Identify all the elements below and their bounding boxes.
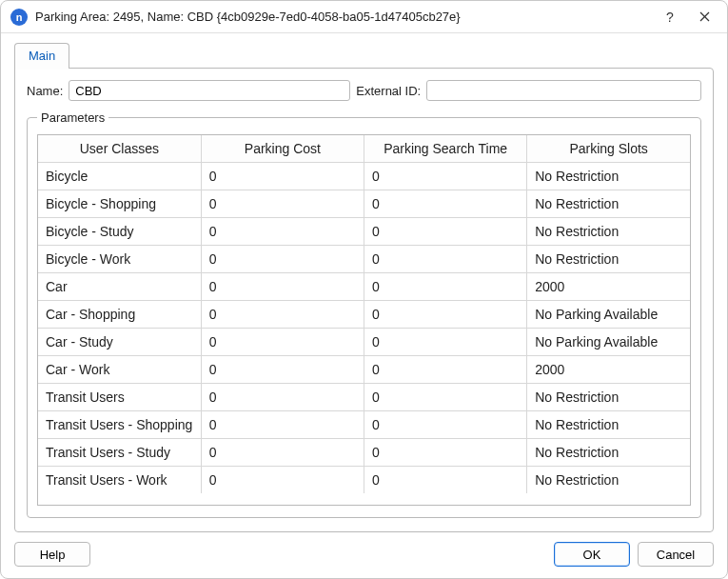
table-row[interactable]: Car - Shopping00No Parking Available	[38, 301, 690, 329]
cell-cost[interactable]: 0	[201, 411, 364, 439]
cell-user_class[interactable]: Bicycle - Work	[38, 246, 201, 273]
tab-pane-main: Name: External ID: Parameters User Class…	[14, 68, 714, 532]
cell-cost[interactable]: 0	[201, 356, 364, 384]
cancel-button[interactable]: Cancel	[638, 542, 714, 567]
cell-user_class[interactable]: Bicycle - Shopping	[38, 190, 201, 218]
cell-search_time[interactable]: 0	[364, 163, 527, 190]
cell-search_time[interactable]: 0	[364, 439, 527, 467]
cell-cost[interactable]: 0	[201, 467, 364, 494]
cell-user_class[interactable]: Car - Work	[38, 356, 201, 384]
cell-cost[interactable]: 0	[201, 190, 364, 218]
cell-cost[interactable]: 0	[201, 273, 364, 301]
close-icon[interactable]	[687, 4, 721, 30]
cell-search_time[interactable]: 0	[364, 273, 527, 301]
tab-main[interactable]: Main	[14, 43, 69, 69]
cell-cost[interactable]: 0	[201, 384, 364, 411]
help-icon[interactable]: ?	[653, 4, 687, 30]
name-input[interactable]	[69, 80, 350, 101]
table-row[interactable]: Transit Users00No Restriction	[38, 384, 690, 411]
table-row[interactable]: Car - Study00No Parking Available	[38, 329, 690, 356]
cell-slots[interactable]: No Restriction	[527, 163, 690, 190]
cell-user_class[interactable]: Bicycle	[38, 163, 201, 190]
cell-user_class[interactable]: Transit Users - Study	[38, 439, 201, 467]
dialog-footer: Help OK Cancel	[1, 532, 727, 578]
col-header-user-classes[interactable]: User Classes	[38, 135, 201, 163]
cell-user_class[interactable]: Transit Users - Shopping	[38, 411, 201, 439]
table-row[interactable]: Bicycle - Shopping00No Restriction	[38, 190, 690, 218]
cell-cost[interactable]: 0	[201, 439, 364, 467]
cell-cost[interactable]: 0	[201, 329, 364, 356]
table-row[interactable]: Bicycle - Study00No Restriction	[38, 218, 690, 246]
table-row[interactable]: Bicycle - Work00No Restriction	[38, 246, 690, 273]
table-row[interactable]: Bicycle00No Restriction	[38, 163, 690, 190]
table-row[interactable]: Transit Users - Study00No Restriction	[38, 439, 690, 467]
table-header-row: User Classes Parking Cost Parking Search…	[38, 135, 690, 163]
parameters-group: Parameters User Classes Parking Cost Par…	[27, 110, 701, 518]
cell-cost[interactable]: 0	[201, 301, 364, 329]
cell-slots[interactable]: No Restriction	[527, 218, 690, 246]
parameters-table[interactable]: User Classes Parking Cost Parking Search…	[38, 135, 690, 493]
name-label: Name:	[27, 84, 63, 98]
external-id-label: External ID:	[356, 84, 421, 98]
cell-user_class[interactable]: Car - Study	[38, 329, 201, 356]
cell-user_class[interactable]: Transit Users	[38, 384, 201, 411]
external-id-input[interactable]	[426, 80, 701, 101]
form-row: Name: External ID:	[27, 80, 701, 101]
parameters-legend: Parameters	[37, 110, 108, 125]
app-icon: n	[10, 9, 28, 26]
cell-slots[interactable]: No Restriction	[527, 190, 690, 218]
table-row[interactable]: Transit Users - Shopping00No Restriction	[38, 411, 690, 439]
tab-bar: Main	[14, 43, 714, 69]
cell-user_class[interactable]: Bicycle - Study	[38, 218, 201, 246]
cell-search_time[interactable]: 0	[364, 467, 527, 494]
cell-user_class[interactable]: Car - Shopping	[38, 301, 201, 329]
cell-cost[interactable]: 0	[201, 246, 364, 273]
cell-search_time[interactable]: 0	[364, 246, 527, 273]
cell-slots[interactable]: No Restriction	[527, 439, 690, 467]
cell-search_time[interactable]: 0	[364, 329, 527, 356]
cell-slots[interactable]: No Restriction	[527, 384, 690, 411]
cell-search_time[interactable]: 0	[364, 384, 527, 411]
col-header-parking-slots[interactable]: Parking Slots	[527, 135, 690, 163]
cell-slots[interactable]: No Parking Available	[527, 301, 690, 329]
client-area: Main Name: External ID: Parameters	[1, 33, 727, 532]
cell-cost[interactable]: 0	[201, 163, 364, 190]
window-title: Parking Area: 2495, Name: CBD {4cb0929e-…	[35, 10, 653, 24]
table-row[interactable]: Car002000	[38, 273, 690, 301]
cell-slots[interactable]: No Restriction	[527, 246, 690, 273]
col-header-parking-cost[interactable]: Parking Cost	[201, 135, 364, 163]
cell-search_time[interactable]: 0	[364, 218, 527, 246]
dialog: n Parking Area: 2495, Name: CBD {4cb0929…	[0, 0, 728, 579]
cell-slots[interactable]: No Parking Available	[527, 329, 690, 356]
cell-search_time[interactable]: 0	[364, 356, 527, 384]
table-row[interactable]: Car - Work002000	[38, 356, 690, 384]
cell-user_class[interactable]: Transit Users - Work	[38, 467, 201, 494]
ok-button[interactable]: OK	[554, 542, 630, 567]
parameters-table-wrap: User Classes Parking Cost Parking Search…	[37, 134, 691, 506]
cell-search_time[interactable]: 0	[364, 301, 527, 329]
cell-slots[interactable]: 2000	[527, 356, 690, 384]
cell-slots[interactable]: No Restriction	[527, 467, 690, 494]
col-header-search-time[interactable]: Parking Search Time	[364, 135, 527, 163]
cell-user_class[interactable]: Car	[38, 273, 201, 301]
titlebar: n Parking Area: 2495, Name: CBD {4cb0929…	[1, 1, 727, 33]
cell-slots[interactable]: 2000	[527, 273, 690, 301]
cell-search_time[interactable]: 0	[364, 411, 527, 439]
cell-slots[interactable]: No Restriction	[527, 411, 690, 439]
cell-cost[interactable]: 0	[201, 218, 364, 246]
help-button[interactable]: Help	[14, 542, 90, 567]
table-row[interactable]: Transit Users - Work00No Restriction	[38, 467, 690, 494]
cell-search_time[interactable]: 0	[364, 190, 527, 218]
